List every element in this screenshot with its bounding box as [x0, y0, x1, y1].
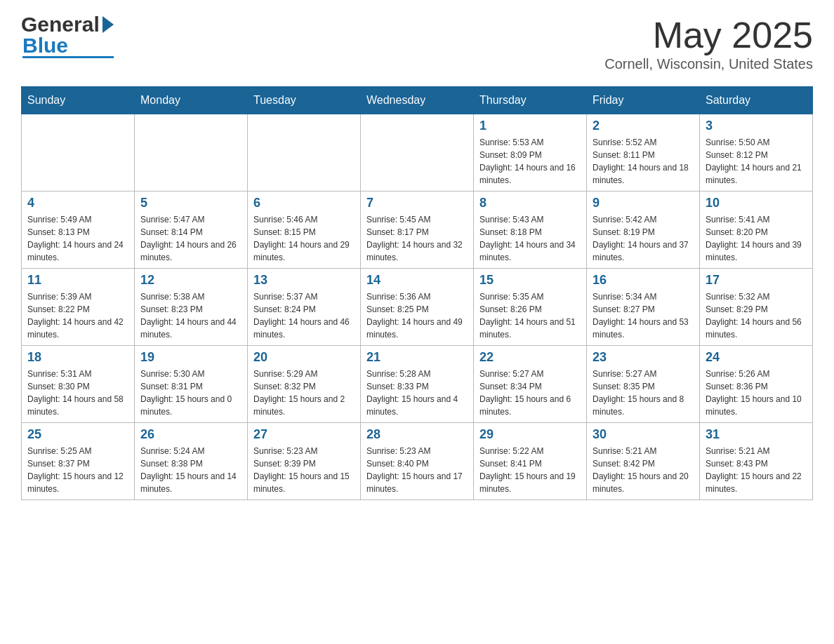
day-info: Sunrise: 5:22 AM Sunset: 8:41 PM Dayligh… — [479, 445, 581, 495]
day-info: Sunrise: 5:38 AM Sunset: 8:23 PM Dayligh… — [140, 290, 241, 341]
day-number: 26 — [140, 427, 241, 442]
day-info: Sunrise: 5:29 AM Sunset: 8:32 PM Dayligh… — [253, 368, 355, 418]
calendar-cell: 6Sunrise: 5:46 AM Sunset: 8:15 PM Daylig… — [248, 192, 361, 269]
calendar-week-row: 4Sunrise: 5:49 AM Sunset: 8:13 PM Daylig… — [22, 192, 813, 269]
day-number: 15 — [479, 273, 581, 288]
day-number: 2 — [593, 119, 694, 133]
day-info: Sunrise: 5:41 AM Sunset: 8:20 PM Dayligh… — [706, 213, 807, 264]
day-number: 23 — [593, 350, 694, 365]
day-number: 20 — [253, 350, 355, 365]
day-number: 12 — [140, 273, 241, 288]
calendar-cell: 20Sunrise: 5:29 AM Sunset: 8:32 PM Dayli… — [248, 346, 361, 423]
calendar-cell — [22, 114, 135, 192]
day-number: 13 — [253, 273, 355, 288]
calendar-cell: 27Sunrise: 5:23 AM Sunset: 8:39 PM Dayli… — [248, 423, 361, 500]
day-number: 8 — [479, 196, 581, 210]
day-number: 27 — [253, 427, 355, 442]
calendar-cell: 31Sunrise: 5:21 AM Sunset: 8:43 PM Dayli… — [700, 423, 813, 500]
day-number: 22 — [479, 350, 581, 365]
calendar-cell: 11Sunrise: 5:39 AM Sunset: 8:22 PM Dayli… — [22, 269, 135, 346]
calendar-cell: 23Sunrise: 5:27 AM Sunset: 8:35 PM Dayli… — [587, 346, 700, 423]
day-number: 19 — [140, 350, 241, 365]
calendar-cell: 1Sunrise: 5:53 AM Sunset: 8:09 PM Daylig… — [474, 114, 587, 192]
calendar-cell: 21Sunrise: 5:28 AM Sunset: 8:33 PM Dayli… — [361, 346, 474, 423]
location-subtitle: Cornell, Wisconsin, United States — [604, 56, 813, 72]
day-info: Sunrise: 5:26 AM Sunset: 8:36 PM Dayligh… — [706, 368, 807, 418]
day-info: Sunrise: 5:32 AM Sunset: 8:29 PM Dayligh… — [706, 290, 807, 341]
calendar-cell: 12Sunrise: 5:38 AM Sunset: 8:23 PM Dayli… — [135, 269, 248, 346]
calendar-cell: 19Sunrise: 5:30 AM Sunset: 8:31 PM Dayli… — [135, 346, 248, 423]
day-number: 30 — [593, 427, 694, 442]
day-number: 7 — [366, 196, 468, 210]
calendar-week-row: 1Sunrise: 5:53 AM Sunset: 8:09 PM Daylig… — [22, 114, 813, 192]
day-number: 14 — [366, 273, 468, 288]
day-number: 6 — [253, 196, 355, 210]
day-number: 24 — [706, 350, 807, 365]
calendar-cell: 17Sunrise: 5:32 AM Sunset: 8:29 PM Dayli… — [700, 269, 813, 346]
calendar-cell: 7Sunrise: 5:45 AM Sunset: 8:17 PM Daylig… — [361, 192, 474, 269]
day-info: Sunrise: 5:34 AM Sunset: 8:27 PM Dayligh… — [593, 290, 694, 341]
day-info: Sunrise: 5:25 AM Sunset: 8:37 PM Dayligh… — [27, 445, 128, 495]
calendar-week-row: 18Sunrise: 5:31 AM Sunset: 8:30 PM Dayli… — [22, 346, 813, 423]
calendar-cell: 25Sunrise: 5:25 AM Sunset: 8:37 PM Dayli… — [22, 423, 135, 500]
calendar-day-header: Monday — [135, 87, 248, 114]
day-number: 29 — [479, 427, 581, 442]
month-year-title: May 2025 — [604, 14, 813, 56]
calendar-cell: 5Sunrise: 5:47 AM Sunset: 8:14 PM Daylig… — [135, 192, 248, 269]
calendar-week-row: 11Sunrise: 5:39 AM Sunset: 8:22 PM Dayli… — [22, 269, 813, 346]
calendar-cell: 15Sunrise: 5:35 AM Sunset: 8:26 PM Dayli… — [474, 269, 587, 346]
calendar-week-row: 25Sunrise: 5:25 AM Sunset: 8:37 PM Dayli… — [22, 423, 813, 500]
day-number: 21 — [366, 350, 468, 365]
calendar-cell: 2Sunrise: 5:52 AM Sunset: 8:11 PM Daylig… — [587, 114, 700, 192]
day-number: 10 — [706, 196, 807, 210]
day-number: 3 — [706, 119, 807, 133]
calendar-cell: 16Sunrise: 5:34 AM Sunset: 8:27 PM Dayli… — [587, 269, 700, 346]
calendar-day-header: Friday — [587, 87, 700, 114]
calendar-cell: 10Sunrise: 5:41 AM Sunset: 8:20 PM Dayli… — [700, 192, 813, 269]
calendar-cell: 26Sunrise: 5:24 AM Sunset: 8:38 PM Dayli… — [135, 423, 248, 500]
calendar-day-header: Tuesday — [248, 87, 361, 114]
day-info: Sunrise: 5:45 AM Sunset: 8:17 PM Dayligh… — [366, 213, 468, 264]
calendar-cell — [361, 114, 474, 192]
day-info: Sunrise: 5:47 AM Sunset: 8:14 PM Dayligh… — [140, 213, 241, 264]
calendar-cell: 18Sunrise: 5:31 AM Sunset: 8:30 PM Dayli… — [22, 346, 135, 423]
logo-line1: General — [21, 14, 114, 35]
calendar-cell: 8Sunrise: 5:43 AM Sunset: 8:18 PM Daylig… — [474, 192, 587, 269]
calendar-cell: 3Sunrise: 5:50 AM Sunset: 8:12 PM Daylig… — [700, 114, 813, 192]
calendar-cell: 29Sunrise: 5:22 AM Sunset: 8:41 PM Dayli… — [474, 423, 587, 500]
day-info: Sunrise: 5:27 AM Sunset: 8:35 PM Dayligh… — [593, 368, 694, 418]
day-number: 4 — [27, 196, 128, 210]
day-info: Sunrise: 5:53 AM Sunset: 8:09 PM Dayligh… — [479, 136, 581, 187]
title-section: May 2025 Cornell, Wisconsin, United Stat… — [604, 14, 813, 72]
day-number: 16 — [593, 273, 694, 288]
day-number: 5 — [140, 196, 241, 210]
logo-blue-text: Blue — [22, 35, 114, 58]
calendar-cell: 22Sunrise: 5:27 AM Sunset: 8:34 PM Dayli… — [474, 346, 587, 423]
calendar-cell: 4Sunrise: 5:49 AM Sunset: 8:13 PM Daylig… — [22, 192, 135, 269]
day-info: Sunrise: 5:23 AM Sunset: 8:39 PM Dayligh… — [253, 445, 355, 495]
day-number: 17 — [706, 273, 807, 288]
day-info: Sunrise: 5:52 AM Sunset: 8:11 PM Dayligh… — [593, 136, 694, 187]
calendar-day-header: Sunday — [22, 87, 135, 114]
day-number: 25 — [27, 427, 128, 442]
day-info: Sunrise: 5:27 AM Sunset: 8:34 PM Dayligh… — [479, 368, 581, 418]
calendar-cell: 13Sunrise: 5:37 AM Sunset: 8:24 PM Dayli… — [248, 269, 361, 346]
day-info: Sunrise: 5:23 AM Sunset: 8:40 PM Dayligh… — [366, 445, 468, 495]
day-number: 28 — [366, 427, 468, 442]
day-info: Sunrise: 5:36 AM Sunset: 8:25 PM Dayligh… — [366, 290, 468, 341]
day-info: Sunrise: 5:21 AM Sunset: 8:43 PM Dayligh… — [706, 445, 807, 495]
day-info: Sunrise: 5:30 AM Sunset: 8:31 PM Dayligh… — [140, 368, 241, 418]
day-info: Sunrise: 5:28 AM Sunset: 8:33 PM Dayligh… — [366, 368, 468, 418]
calendar-cell: 28Sunrise: 5:23 AM Sunset: 8:40 PM Dayli… — [361, 423, 474, 500]
logo: General Blue — [21, 14, 114, 58]
day-number: 18 — [27, 350, 128, 365]
day-info: Sunrise: 5:49 AM Sunset: 8:13 PM Dayligh… — [27, 213, 128, 264]
logo-triangle-icon — [102, 16, 114, 33]
calendar-cell: 24Sunrise: 5:26 AM Sunset: 8:36 PM Dayli… — [700, 346, 813, 423]
day-number: 31 — [706, 427, 807, 442]
day-number: 9 — [593, 196, 694, 210]
day-info: Sunrise: 5:50 AM Sunset: 8:12 PM Dayligh… — [706, 136, 807, 187]
calendar-header-row: SundayMondayTuesdayWednesdayThursdayFrid… — [22, 87, 813, 114]
day-info: Sunrise: 5:21 AM Sunset: 8:42 PM Dayligh… — [593, 445, 694, 495]
calendar-day-header: Saturday — [700, 87, 813, 114]
